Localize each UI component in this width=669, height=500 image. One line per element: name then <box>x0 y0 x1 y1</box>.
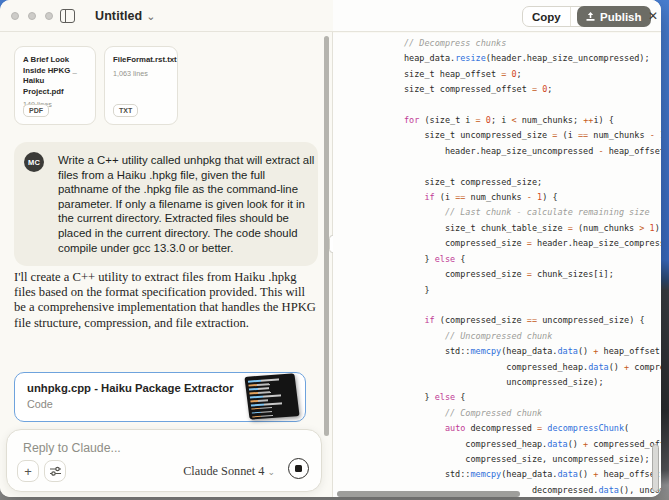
attachment-type-badge: TXT <box>113 104 138 117</box>
upload-icon <box>586 12 595 22</box>
user-message-text: Write a C++ utility called unhpkg that w… <box>58 153 316 255</box>
close-panel-button[interactable]: ✕ <box>644 7 661 25</box>
artifact-card[interactable]: unhpkg.cpp - Haiku Package Extractor Cod… <box>14 372 306 422</box>
voice-mode-button[interactable] <box>288 458 309 479</box>
title-bar: Untitled⌄ Copy ⌄ Publish ✕ <box>0 0 661 32</box>
model-selector[interactable]: Claude Sonnet 4⌄ <box>183 464 275 479</box>
artifact-code-thumbnail <box>244 373 299 419</box>
window-close-traffic-light[interactable] <box>11 12 19 20</box>
copy-button-label[interactable]: Copy <box>523 7 570 26</box>
model-name: Claude Sonnet 4 <box>183 464 264 478</box>
window-zoom-traffic-light[interactable] <box>45 12 53 20</box>
publish-button[interactable]: Publish <box>577 6 651 27</box>
add-attachment-button[interactable]: + <box>17 460 39 482</box>
assistant-message-text: I'll create a C++ utility to extract fil… <box>14 270 317 331</box>
code-horizontal-scrollbar[interactable] <box>337 491 520 497</box>
chat-scrollbar[interactable] <box>324 36 329 436</box>
close-icon: ✕ <box>648 9 658 23</box>
conversation-title: Untitled <box>95 9 142 23</box>
code-content: // Decompress chunks heap_data.resize(he… <box>333 33 661 497</box>
publish-button-label: Publish <box>600 11 642 23</box>
conversation-title-menu[interactable]: Untitled⌄ <box>95 9 156 23</box>
chevron-down-icon: ⌄ <box>146 10 155 22</box>
artifact-code-panel: // Decompress chunks heap_data.resize(he… <box>333 33 661 497</box>
attachment-meta: 1,063 lines <box>113 69 169 78</box>
chat-panel: A Brief Look Inside HPKG _ Haiku Project… <box>0 33 332 497</box>
plus-icon: + <box>24 464 32 479</box>
reply-composer[interactable]: Reply to Claude... + Claude Sonnet 4⌄ <box>6 429 322 492</box>
app-window: Untitled⌄ Copy ⌄ Publish ✕ A Brief Look … <box>0 0 661 497</box>
sidebar-toggle-icon[interactable] <box>60 9 75 23</box>
window-minimize-traffic-light[interactable] <box>28 12 36 20</box>
user-avatar: MC <box>24 152 44 172</box>
code-vertical-scrollbar[interactable] <box>652 444 659 492</box>
attachment-title: A Brief Look Inside HPKG _ Haiku Project… <box>23 55 87 97</box>
attachment-title: FileFormat.rst.txt <box>113 55 169 66</box>
chevron-down-icon: ⌄ <box>267 467 275 477</box>
attachment-card-pdf[interactable]: A Brief Look Inside HPKG _ Haiku Project… <box>14 46 96 125</box>
attachment-card-txt[interactable]: FileFormat.rst.txt 1,063 lines TXT <box>104 46 178 125</box>
tools-button[interactable] <box>44 460 66 482</box>
attachment-type-badge: PDF <box>23 104 49 117</box>
reply-input[interactable]: Reply to Claude... <box>23 441 121 455</box>
sliders-icon <box>50 466 61 476</box>
user-message-bubble: MC Write a C++ utility called unhpkg tha… <box>14 142 318 266</box>
